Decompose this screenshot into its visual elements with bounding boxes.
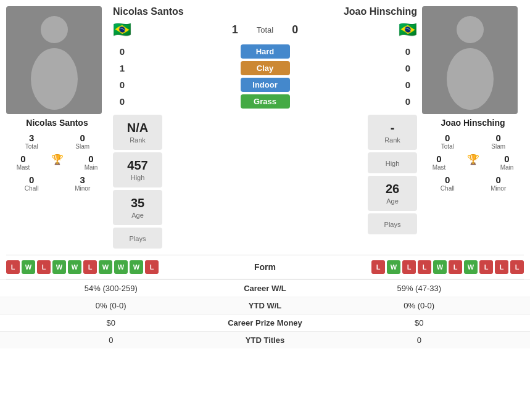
form-badge-l: L [479,260,493,274]
grass-left-score: 0 [113,96,131,107]
left-total-cell: 3 Total [6,133,57,150]
hard-left-score: 0 [113,46,131,57]
ytd-titles-label: YTD Titles [216,336,315,345]
right-age-value: 26 [375,182,410,196]
grass-badge: Grass [241,94,290,109]
left-player-name: Nicolas Santos [6,118,108,128]
left-minor-cell: 3 Minor [57,175,109,192]
form-label: Form [228,262,302,272]
right-flag: 🇧🇷 [399,21,417,38]
svg-point-2 [457,16,484,43]
form-section: LWLWWLWWWL Form LWLLWLWLLL [0,255,530,279]
svg-point-0 [41,16,68,43]
hard-right-score: 0 [399,46,417,57]
names-row: Nicolas Santos Joao Hinsching [113,6,417,17]
center-col: Nicolas Santos Joao Hinsching 🇧🇷 1 Total… [113,6,417,249]
clay-right-score: 0 [399,63,417,73]
right-mast-cell: 0 Mast [422,154,456,171]
form-badge-w: W [387,260,400,274]
right-chall-cell: 0 Chall [422,175,473,192]
right-slam-val: 0 [473,133,524,143]
surface-row-indoor: 0 Indoor 0 [113,78,417,92]
right-player-name: Joao Hinsching [422,118,524,128]
ytd-titles-left: 0 [6,336,216,345]
form-badge-l: L [510,260,524,274]
right-main-lbl: Main [490,164,524,171]
left-name-center: Nicolas Santos [113,6,184,17]
prize-right: $0 [315,318,524,327]
indoor-left-score: 0 [113,80,131,90]
left-slam-lbl: Slam [57,143,109,150]
right-age-box: 26 Age [368,176,417,211]
left-total-lbl: Total [6,143,57,150]
grass-right-score: 0 [399,96,417,107]
left-plays-label: Plays [120,235,155,242]
left-high-label: High [120,174,155,181]
right-stat-boxes: - Rank High 26 Age Plays [368,115,417,249]
form-badge-l: L [83,260,97,274]
left-mast-lbl: Mast [6,164,40,171]
right-minor-cell: 0 Minor [473,175,524,192]
right-trophy-icon: 🏆 [456,154,490,165]
form-badge-l: L [418,260,431,274]
left-rank-label: Rank [120,136,155,144]
left-age-label: Age [120,212,155,219]
left-total-score: 1 [232,23,238,36]
indoor-right-score: 0 [399,80,417,90]
left-player-photo [6,6,102,114]
right-mast-val: 0 [422,154,456,164]
right-rank-label: Rank [375,136,410,144]
left-rank-box: N/A Rank [113,115,162,150]
ytd-titles-right: 0 [315,336,524,345]
left-stats-row3: 0 Chall 3 Minor [6,175,108,192]
form-badge-w: W [130,260,143,274]
left-stats-row1: 3 Total 0 Slam [6,133,108,150]
left-slam-val: 0 [57,133,109,143]
form-badge-l: L [402,260,416,274]
form-badge-w: W [114,260,128,274]
surface-row-clay: 1 Clay 0 [113,61,417,75]
left-main-val: 0 [74,154,108,164]
left-stat-boxes: N/A Rank 457 High 35 Age Plays [113,115,162,249]
left-high-value: 457 [120,159,155,173]
right-high-box: High [368,152,417,173]
left-player-silhouette [23,11,85,110]
right-chall-lbl: Chall [422,185,473,192]
right-name-center: Joao Hinsching [344,6,417,17]
surface-row-grass: 0 Grass 0 [113,94,417,109]
career-wl-label: Career W/L [216,284,315,293]
left-player-col: Nicolas Santos 3 Total 0 Slam 0 Mast 🏆 [6,6,108,249]
right-player-col: Joao Hinsching 0 Total 0 Slam 0 Mast 🏆 [422,6,524,249]
left-age-box: 35 Age [113,190,162,225]
prize-left: $0 [6,318,216,327]
right-total-cell: 0 Total [422,133,473,150]
form-badge-w: W [433,260,447,274]
right-main-cell: 0 Main [490,154,524,171]
right-total-score: 0 [292,23,298,36]
ytd-wl-label: YTD W/L [216,301,315,310]
left-form-badges: LWLWWLWWWL [6,260,228,274]
right-rank-box: - Rank [368,115,417,150]
form-badge-l: L [449,260,462,274]
clay-left-score: 1 [113,63,131,73]
career-wl-right: 59% (47-33) [315,284,524,293]
form-badge-l: L [37,260,51,274]
form-badge-w: W [22,260,35,274]
right-player-photo [422,6,518,114]
left-total-val: 3 [6,133,57,143]
right-stats-row2: 0 Mast 🏆 0 Main [422,154,524,171]
form-badge-w: W [52,260,66,274]
left-flag: 🇧🇷 [113,21,131,38]
right-stats-row1: 0 Total 0 Slam [422,133,524,150]
right-plays-label: Plays [375,221,410,228]
clay-badge: Clay [241,61,290,75]
left-trophy-icon-cell: 🏆 [40,154,74,171]
ytd-titles-row: 0 YTD Titles 0 [0,331,530,348]
left-plays-box: Plays [113,228,162,249]
right-minor-lbl: Minor [473,185,524,192]
left-minor-val: 3 [57,175,109,185]
form-badge-l: L [145,260,159,274]
left-mast-cell: 0 Mast [6,154,40,171]
left-slam-cell: 0 Slam [57,133,109,150]
svg-point-3 [447,48,494,110]
